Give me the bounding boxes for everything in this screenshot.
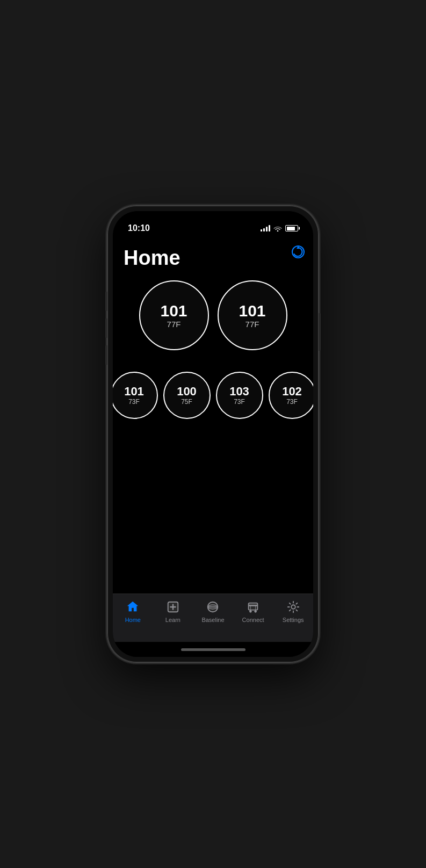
status-time: 10:10 [128,223,150,233]
page-title: Home [124,247,302,270]
sensor-1-number: 101 [160,302,187,320]
tab-connect-label: Connect [242,617,264,623]
sensor-4-temp: 75F [181,398,192,406]
svg-rect-8 [249,603,258,610]
circle-line-icon [206,600,220,614]
app-content: Home 101 77F 101 77F 101 73F 1 [113,238,313,594]
sensor-1-temp: 77F [167,320,181,329]
baseline-tab-icon [205,599,220,614]
tab-home-label: Home [125,617,141,623]
tab-home[interactable]: Home [117,599,149,623]
sensor-4-number: 100 [177,385,197,398]
plus-square-icon [166,600,180,614]
sensor-3-number: 101 [124,385,144,398]
refresh-icon [291,244,306,259]
bus-icon [246,600,260,614]
sensor-6-temp: 73F [286,398,298,406]
notch [181,211,246,226]
settings-tab-icon [286,599,301,614]
sensor-circle-5[interactable]: 103 73F [216,372,263,419]
refresh-button[interactable] [288,242,308,262]
sensors-row-top: 101 77F 101 77F [124,280,302,350]
wifi-icon [273,225,282,232]
sensor-circle-2[interactable]: 101 77F [218,280,287,350]
status-icons [261,225,298,232]
connect-tab-icon [246,599,261,614]
phone-frame: 10:10 [107,206,319,662]
svg-rect-9 [249,605,258,606]
sensor-circle-4[interactable]: 100 75F [163,372,211,419]
sensor-5-number: 103 [229,385,249,398]
sensors-row-bottom: 101 73F 100 75F 103 73F 102 73F [124,372,302,419]
home-tab-icon [125,599,140,614]
home-icon [126,600,140,614]
signal-icon [261,225,270,232]
sensor-2-number: 101 [239,302,265,320]
sensor-6-number: 102 [282,385,302,398]
svg-point-16 [291,605,295,609]
sensor-circle-1[interactable]: 101 77F [139,280,209,350]
learn-tab-icon [165,599,180,614]
sensor-2-temp: 77F [246,320,259,329]
tab-connect[interactable]: Connect [237,599,269,623]
tab-learn[interactable]: Learn [157,599,189,623]
tab-baseline-label: Baseline [201,617,224,623]
tab-learn-label: Learn [165,617,180,623]
tab-settings[interactable]: Settings [277,599,309,623]
tab-baseline[interactable]: Baseline [197,599,229,623]
gear-icon [286,600,300,614]
tab-bar: Home Learn [113,594,313,642]
home-bar [181,648,246,651]
sensor-circle-3[interactable]: 101 73F [113,372,158,419]
battery-icon [285,225,298,232]
sensor-3-temp: 73F [128,398,140,406]
phone-screen: 10:10 [113,211,313,657]
home-indicator [113,642,313,657]
sensor-circle-6[interactable]: 102 73F [269,372,314,419]
sensor-5-temp: 73F [234,398,245,406]
tab-settings-label: Settings [283,617,304,623]
